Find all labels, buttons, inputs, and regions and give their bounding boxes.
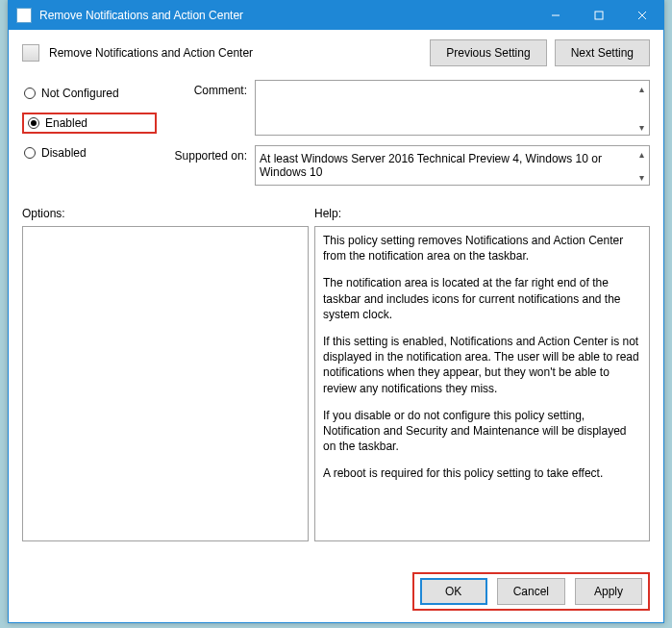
svg-rect-1 [595, 12, 603, 19]
cancel-button[interactable]: Cancel [497, 578, 565, 605]
dialog-button-row: OK Cancel Apply [412, 572, 650, 611]
radio-icon [28, 117, 39, 129]
help-text: If you disable or do not configure this … [323, 408, 641, 455]
help-text: The notification area is located at the … [323, 275, 641, 322]
help-panel: This policy setting removes Notification… [314, 226, 650, 541]
maximize-button[interactable] [577, 1, 620, 30]
state-radio-group: Not Configured Enabled Disabled [22, 80, 157, 195]
minimize-button[interactable] [534, 1, 577, 30]
window-title: Remove Notifications and Action Center [39, 9, 534, 22]
comment-label: Comment: [164, 80, 247, 97]
help-text: This policy setting removes Notification… [323, 233, 641, 264]
radio-label: Not Configured [41, 87, 119, 100]
supported-on-field: At least Windows Server 2016 Technical P… [255, 145, 650, 186]
options-panel [22, 226, 309, 541]
scroll-up-icon[interactable]: ▴ [635, 82, 648, 95]
options-section-label: Options: [22, 207, 314, 220]
scroll-down-icon[interactable]: ▾ [635, 120, 648, 134]
radio-label: Disabled [41, 146, 87, 160]
policy-editor-window: Remove Notifications and Action Center R… [8, 0, 664, 623]
apply-button[interactable]: Apply [575, 578, 642, 605]
next-setting-button[interactable]: Next Setting [555, 39, 650, 66]
help-text: If this setting is enabled, Notification… [323, 334, 641, 396]
radio-icon [24, 147, 36, 159]
radio-enabled[interactable]: Enabled [22, 113, 157, 134]
radio-icon [24, 88, 36, 99]
previous-setting-button[interactable]: Previous Setting [430, 39, 546, 66]
comment-input[interactable] [255, 80, 650, 136]
app-icon [16, 8, 32, 23]
scroll-up-icon[interactable]: ▴ [635, 147, 648, 161]
help-section-label: Help: [314, 207, 341, 220]
help-text: A reboot is required for this policy set… [323, 465, 641, 481]
supported-label: Supported on: [164, 145, 247, 163]
radio-not-configured[interactable]: Not Configured [22, 84, 157, 103]
policy-title: Remove Notifications and Action Center [49, 46, 430, 60]
scroll-down-icon[interactable]: ▾ [635, 170, 648, 184]
ok-button[interactable]: OK [420, 578, 487, 605]
titlebar[interactable]: Remove Notifications and Action Center [9, 1, 663, 30]
radio-disabled[interactable]: Disabled [22, 143, 157, 163]
close-button[interactable] [620, 1, 663, 30]
radio-label: Enabled [45, 116, 87, 130]
policy-icon [22, 44, 39, 62]
